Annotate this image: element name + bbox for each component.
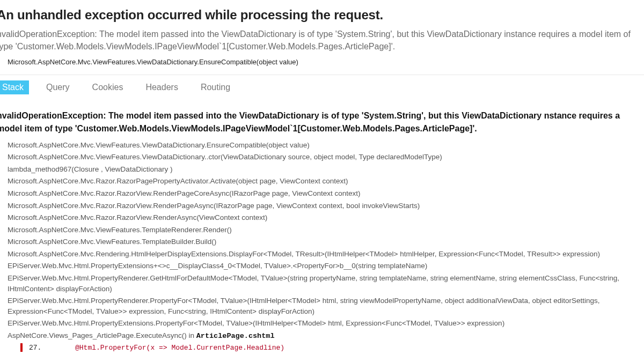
stack-frame-current[interactable]: AspNetCore.Views_Pages_ArticlePage.Execu…	[8, 330, 644, 342]
stack-frame[interactable]: EPiServer.Web.Mvc.Html.PropertyRenderer.…	[8, 273, 644, 294]
stack-frame[interactable]: Microsoft.AspNetCore.Mvc.ViewFeatures.Vi…	[8, 140, 644, 151]
tab-headers[interactable]: Headers	[140, 80, 183, 94]
page-title: An unhandled exception occurred while pr…	[0, 8, 644, 23]
stack-frame[interactable]: EPiServer.Web.Mvc.Html.PropertyExtension…	[8, 318, 644, 329]
stack-frame[interactable]: Microsoft.AspNetCore.Mvc.Razor.RazorView…	[8, 188, 644, 199]
stack-frame[interactable]: Microsoft.AspNetCore.Mvc.Razor.RazorView…	[8, 212, 644, 223]
stack-frame-file: ArticlePage.cshtml	[196, 332, 275, 340]
stack-frame[interactable]: Microsoft.AspNetCore.Mvc.ViewFeatures.Te…	[8, 237, 644, 247]
tab-cookies[interactable]: Cookies	[87, 80, 129, 94]
stack-exception-heading: nvalidOperationException: The model item…	[0, 109, 644, 134]
stack-frame[interactable]: Microsoft.AspNetCore.Mvc.Razor.RazorPage…	[8, 176, 644, 187]
stack-frames: Microsoft.AspNetCore.Mvc.ViewFeatures.Vi…	[8, 140, 644, 352]
stack-frame-prefix: AspNetCore.Views_Pages_ArticlePage.Execu…	[8, 331, 196, 339]
exception-source: Microsoft.AspNetCore.Mvc.ViewFeatures.Vi…	[8, 58, 644, 66]
tab-bar: Stack Query Cookies Headers Routing	[0, 75, 644, 100]
stack-frame[interactable]: EPiServer.Web.Mvc.Html.PropertyExtension…	[8, 261, 644, 271]
stack-frame[interactable]: lambda_method967(Closure , ViewDataDicti…	[8, 164, 644, 175]
stack-frame[interactable]: EPiServer.Web.Mvc.Html.PropertyRenderer.…	[8, 295, 644, 316]
stack-frame[interactable]: Microsoft.AspNetCore.Mvc.ViewFeatures.Vi…	[8, 152, 644, 162]
stack-frame[interactable]: Microsoft.AspNetCore.Mvc.ViewFeatures.Te…	[8, 225, 644, 235]
tab-query[interactable]: Query	[41, 80, 75, 94]
tab-routing[interactable]: Routing	[195, 80, 236, 94]
exception-summary: nvalidOperationException: The model item…	[0, 28, 644, 53]
code-line-text: @Html.PropertyFor(x => Model.CurrentPage…	[75, 344, 284, 352]
error-marker-icon	[20, 343, 23, 352]
code-line-number: 27.	[29, 344, 43, 352]
stack-frame[interactable]: Microsoft.AspNetCore.Mvc.Rendering.HtmlH…	[8, 249, 644, 260]
stack-frame[interactable]: Microsoft.AspNetCore.Mvc.Razor.RazorView…	[8, 201, 644, 211]
code-context: 27. @Html.PropertyFor(x => Model.Current…	[20, 343, 644, 352]
tab-stack[interactable]: Stack	[0, 80, 29, 94]
